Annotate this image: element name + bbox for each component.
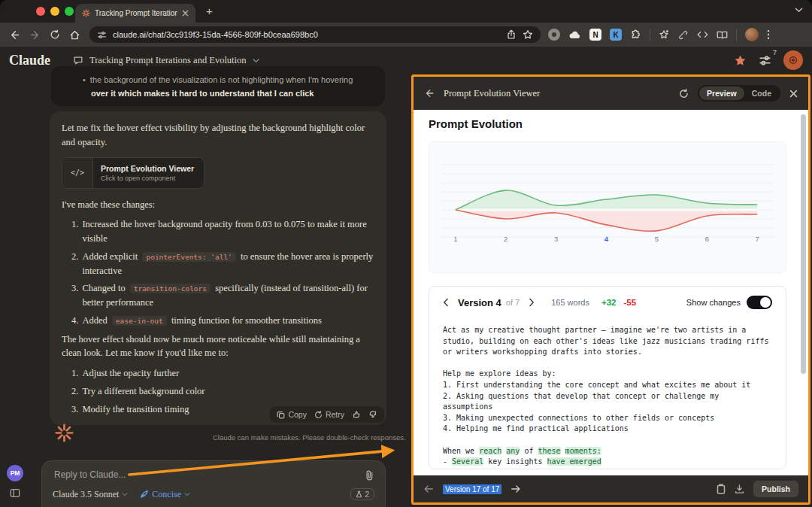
- attachment-paperclip-icon[interactable]: [364, 469, 374, 481]
- bullet-glyph: •: [83, 75, 86, 84]
- browser-window: Tracking Prompt Iterations an + claude.a…: [0, 0, 812, 507]
- reading-list-icon[interactable]: [717, 30, 728, 40]
- footer-prev-icon[interactable]: [423, 484, 434, 493]
- close-window-button[interactable]: [36, 7, 45, 16]
- window-controls: [36, 7, 74, 16]
- user-avatar[interactable]: PM: [7, 465, 23, 481]
- artifact-panel: Prompt Evolution Viewer Preview Code Pro…: [411, 74, 810, 505]
- bookmark-star-icon[interactable]: [523, 29, 533, 40]
- toggle-knob: [760, 297, 771, 308]
- toolbar-divider: [650, 29, 650, 41]
- download-icon[interactable]: [735, 484, 744, 494]
- artifact-footer: Version 17 of 17 Publish: [414, 475, 808, 502]
- chat-title-chevron-icon[interactable]: [253, 58, 259, 63]
- password-extension-icon[interactable]: [548, 29, 560, 41]
- retry-button[interactable]: Retry: [314, 410, 344, 419]
- extensions-puzzle-icon[interactable]: [630, 29, 641, 41]
- attachment-counter[interactable]: 2: [350, 488, 374, 500]
- list-item: 1.Adjust the opacity further: [71, 366, 374, 381]
- version-bar: Version 4 of 7 165 words +32 -55 Show ch…: [429, 287, 786, 309]
- kagi-extension-icon[interactable]: K: [610, 29, 622, 41]
- tab-title: Tracking Prompt Iterations an: [95, 9, 177, 17]
- thumbs-down-icon[interactable]: [368, 410, 377, 419]
- artifact-header: Prompt Evolution Viewer Preview Code: [414, 77, 808, 110]
- browser-profile-avatar[interactable]: [745, 28, 759, 41]
- show-changes-toggle[interactable]: [747, 296, 772, 309]
- assistant-message: Let me fix the hover effect visibility b…: [50, 111, 386, 425]
- new-tab-button[interactable]: +: [206, 4, 213, 19]
- chat-title[interactable]: Tracking Prompt Iterations and Evolution: [89, 55, 247, 66]
- browser-tab[interactable]: Tracking Prompt Iterations an: [75, 4, 195, 23]
- svg-text:6: 6: [705, 235, 709, 243]
- tab-close-icon[interactable]: [182, 10, 189, 17]
- url-text: claude.ai/chat/3cc919f3-15da-4566-809f-b…: [113, 30, 500, 39]
- tab-search-chevron-icon[interactable]: [795, 7, 803, 13]
- back-arrow-icon[interactable]: [424, 88, 435, 99]
- settings-sliders-icon[interactable]: [759, 54, 771, 67]
- address-bar[interactable]: claude.ai/chat/3cc919f3-15da-4566-809f-b…: [89, 26, 541, 43]
- svg-text:1: 1: [453, 235, 457, 243]
- site-settings-icon[interactable]: [97, 30, 107, 40]
- browser-toolbar: claude.ai/chat/3cc919f3-15da-4566-809f-b…: [0, 23, 812, 47]
- reload-icon[interactable]: [50, 29, 60, 40]
- usage-count-badge: 7: [773, 49, 777, 56]
- copy-button[interactable]: Copy: [277, 410, 307, 419]
- account-button[interactable]: [783, 50, 803, 70]
- svg-text:2: 2: [504, 235, 508, 243]
- flask-icon: [356, 490, 362, 498]
- evolution-chart-card[interactable]: 1234567: [429, 141, 786, 273]
- tab-code[interactable]: Code: [744, 87, 779, 100]
- sparkle-star-icon[interactable]: [659, 29, 669, 40]
- home-icon[interactable]: [69, 29, 80, 41]
- svg-text:4: 4: [604, 235, 609, 243]
- refresh-icon[interactable]: [679, 89, 689, 99]
- list-item: 4.Added ease-in-out timing function for …: [71, 314, 374, 328]
- artifact-content: Prompt Evolution 1234567 Version 4 of 7 …: [414, 110, 808, 475]
- inline-code: ease-in-out: [112, 316, 167, 326]
- style-selector[interactable]: Concise: [140, 489, 190, 500]
- scrollbar-thumb[interactable]: [801, 114, 806, 374]
- share-icon[interactable]: [506, 29, 517, 40]
- browser-menu-icon[interactable]: [767, 29, 770, 40]
- words-added: +32: [601, 298, 617, 307]
- code-tools-icon[interactable]: [697, 30, 708, 39]
- list-item: 2.Try a different background color: [71, 384, 374, 399]
- list-item: 1.Increased the hover background opacity…: [71, 217, 374, 246]
- evolution-chart[interactable]: 1234567: [429, 142, 786, 272]
- svg-text:5: 5: [655, 235, 659, 243]
- model-selector[interactable]: Claude 3.5 Sonnet: [53, 489, 128, 500]
- reply-input[interactable]: [53, 469, 364, 481]
- publish-button[interactable]: Publish: [753, 481, 798, 497]
- clipboard-icon[interactable]: [717, 484, 726, 494]
- forward-icon[interactable]: [29, 29, 41, 41]
- close-icon[interactable]: [789, 90, 798, 98]
- browser-tab-strip: Tracking Prompt Iterations an +: [0, 0, 812, 23]
- sidebar-toggle-icon[interactable]: [10, 488, 20, 498]
- next-version-icon[interactable]: [529, 298, 535, 307]
- extension-icons: N K: [548, 28, 770, 41]
- user-message-line2: over it which makes it hard to understan…: [83, 87, 373, 101]
- link-icon[interactable]: [677, 29, 689, 41]
- show-changes-label: Show changes: [686, 298, 741, 307]
- svg-text:3: 3: [554, 235, 558, 243]
- prev-version-icon[interactable]: [443, 298, 449, 307]
- chevron-down-icon: [184, 492, 190, 496]
- cloud-extension-icon[interactable]: [568, 30, 581, 39]
- notion-extension-icon[interactable]: N: [589, 29, 601, 41]
- back-icon[interactable]: [9, 29, 20, 41]
- copy-icon: [277, 411, 285, 419]
- retry-icon: [314, 411, 323, 419]
- minimize-window-button[interactable]: [50, 7, 59, 16]
- claude-favicon-icon: [82, 9, 90, 17]
- favorite-star-icon[interactable]: [734, 54, 747, 67]
- changes-heading: I've made these changes:: [62, 198, 374, 212]
- composer: Claude 3.5 Sonnet Concise 2: [41, 460, 386, 507]
- footer-version-nav[interactable]: Version 17 of 17: [443, 484, 501, 494]
- footer-next-icon[interactable]: [511, 484, 521, 493]
- claude-wordmark[interactable]: Claude: [9, 53, 50, 68]
- tab-preview[interactable]: Preview: [699, 87, 744, 100]
- artifact-chip[interactable]: </> Prompt Evolution Viewer Click to ope…: [62, 157, 205, 189]
- thumbs-up-icon[interactable]: [352, 410, 361, 419]
- list-item: 3.Changed to transition-colors specifica…: [71, 281, 374, 310]
- zoom-window-button[interactable]: [65, 7, 74, 16]
